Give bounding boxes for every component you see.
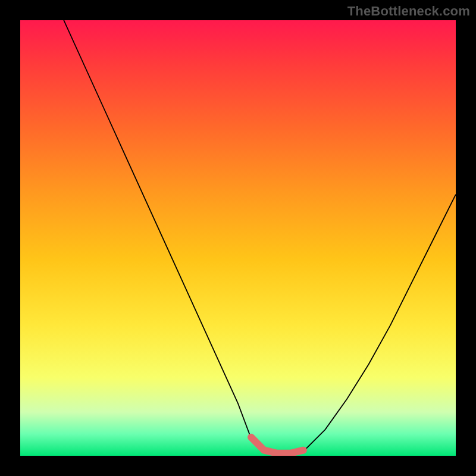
plot-area xyxy=(20,20,456,456)
watermark-label: TheBottleneck.com xyxy=(347,4,470,19)
chart-frame: TheBottleneck.com xyxy=(0,0,476,476)
bottleneck-curve xyxy=(64,20,456,456)
chart-svg xyxy=(20,20,456,456)
optimal-trough-highlight xyxy=(251,437,303,453)
